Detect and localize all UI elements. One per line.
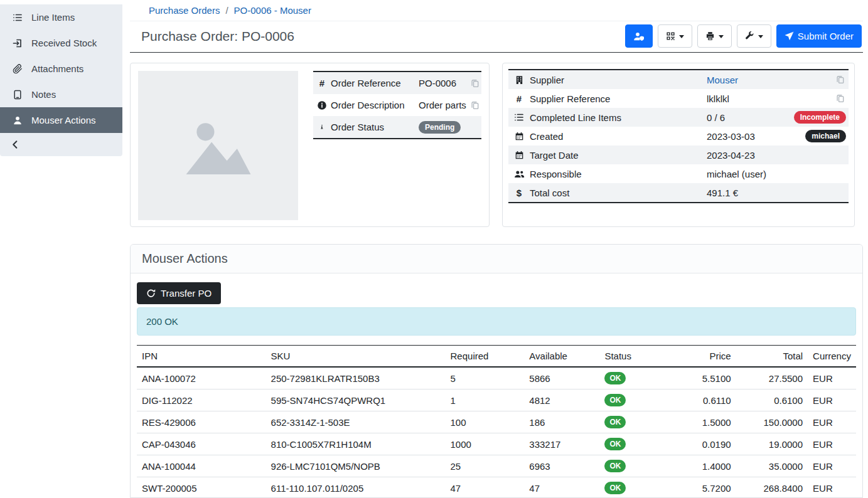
table-row: SWT-200005 611-110.107.011/0205 47 47 OK… (137, 477, 856, 498)
chevron-left-icon (11, 140, 20, 149)
cell-sku: 595-SN74HCS74QPWRQ1 (266, 389, 446, 411)
status-badge: OK (604, 416, 626, 428)
qrcode-icon (666, 31, 675, 41)
cell-required: 100 (446, 411, 525, 433)
cell-required: 1000 (446, 433, 525, 455)
printer-icon (705, 31, 715, 41)
breadcrumb-separator: / (225, 5, 228, 16)
info-label: Order Reference (331, 78, 419, 88)
info-value: 491.1 € (707, 188, 832, 198)
status-badge: OK (604, 394, 626, 406)
breadcrumb-link-current-order[interactable]: PO-0006 - Mouser (234, 5, 311, 16)
supplier-details-card: Supplier Mouser # Supplier Reference lkl… (502, 63, 855, 227)
status-badge: OK (604, 460, 626, 472)
sidebar-item-label: Mouser Actions (31, 115, 96, 125)
users-icon (508, 169, 530, 179)
cell-available: 333217 (524, 433, 599, 455)
order-actions-button[interactable] (737, 24, 771, 48)
column-header-price[interactable]: Price (668, 346, 736, 368)
cell-status: OK (599, 389, 668, 411)
info-row-order-description: Order Description Order parts (313, 94, 481, 116)
cell-required: 5 (446, 367, 525, 389)
sidebar-item-received-stock[interactable]: Received Stock (0, 30, 122, 56)
info-row-supplier-reference: # Supplier Reference lklklkl (508, 89, 849, 108)
mouser-actions-panel: Mouser Actions Transfer PO 200 OK IPN SK… (130, 244, 863, 498)
send-icon (785, 31, 794, 41)
parts-table: IPN SKU Required Available Status Price … (137, 345, 856, 498)
cell-price: 0.0190 (668, 433, 736, 455)
cell-status: OK (599, 433, 668, 455)
info-label: Supplier Reference (530, 93, 707, 104)
column-header-total[interactable]: Total (736, 346, 808, 368)
cell-price: 5.5100 (668, 367, 736, 389)
info-row-supplier: Supplier Mouser (508, 70, 849, 89)
info-label: Created (530, 131, 707, 142)
panel-body: Transfer PO 200 OK IPN SKU Required Avai… (131, 273, 862, 498)
column-header-sku[interactable]: SKU (266, 346, 446, 368)
calendar-icon (508, 132, 530, 141)
refresh-icon (146, 289, 156, 298)
supplier-details-table: Supplier Mouser # Supplier Reference lkl… (508, 69, 849, 203)
sidebar-item-notes[interactable]: Notes (0, 82, 122, 107)
cell-ipn: SWT-200005 (137, 477, 266, 498)
cell-price: 1.4000 (668, 455, 736, 477)
info-row-created: Created 2023-03-03 michael (508, 127, 849, 146)
user-badge: michael (805, 130, 846, 142)
cell-sku: 926-LMC7101QM5/NOPB (266, 455, 446, 477)
cell-total: 19.0000 (736, 433, 808, 455)
dollar-icon: $ (508, 188, 530, 198)
cell-price: 0.6110 (668, 389, 736, 411)
sidebar-collapse-button[interactable] (0, 133, 122, 156)
list-check-icon (508, 112, 530, 122)
print-actions-button[interactable] (697, 24, 732, 48)
column-header-available[interactable]: Available (524, 346, 599, 368)
cell-required: 1 (446, 389, 525, 411)
info-value: 2023-03-03 (707, 131, 805, 142)
parts-table-header: IPN SKU Required Available Status Price … (137, 346, 856, 368)
breadcrumb-link-purchase-orders[interactable]: Purchase Orders (149, 5, 220, 16)
info-icon (313, 122, 331, 132)
sidebar-item-attachments[interactable]: Attachments (0, 56, 122, 82)
cell-price: 1.5000 (668, 411, 736, 433)
column-header-currency[interactable]: Currency (808, 346, 856, 368)
cell-available: 6963 (524, 455, 599, 477)
building-icon (508, 75, 530, 85)
order-details-table: # Order Reference PO-0006 Order Descript… (313, 71, 481, 139)
info-row-target-date: Target Date 2023-04-23 (508, 146, 849, 164)
sidebar-item-mouser-actions[interactable]: Mouser Actions (0, 107, 122, 133)
submit-order-button[interactable]: Submit Order (776, 24, 862, 48)
copy-icon[interactable] (469, 79, 481, 88)
copy-icon[interactable] (832, 94, 849, 103)
tools-icon (745, 31, 754, 41)
cell-ipn: CAP-043046 (137, 433, 266, 455)
cell-required: 25 (446, 455, 525, 477)
barcode-actions-button[interactable] (658, 24, 692, 48)
cell-price: 5.7200 (668, 477, 736, 498)
cell-currency: EUR (808, 477, 856, 498)
caret-down-icon (758, 35, 763, 38)
cell-ipn: DIG-112022 (137, 389, 266, 411)
cell-sku: 250-72981KLRATR150B3 (266, 367, 446, 389)
info-label: Supplier (530, 75, 707, 85)
transfer-po-button[interactable]: Transfer PO (137, 282, 221, 304)
cell-status: OK (599, 477, 668, 498)
user-roles-button[interactable] (625, 24, 653, 48)
column-header-ipn[interactable]: IPN (137, 346, 266, 368)
copy-icon[interactable] (832, 75, 849, 84)
table-row: DIG-112022 595-SN74HCS74QPWRQ1 1 4812 OK… (137, 389, 856, 411)
list-icon (11, 13, 23, 23)
sidebar-item-line-items[interactable]: Line Items (0, 4, 122, 30)
info-row-order-status: Order Status Pending (313, 116, 481, 138)
cell-sku: 652-3314Z-1-503E (266, 411, 446, 433)
status-badge: OK (604, 482, 626, 494)
column-header-status[interactable]: Status (599, 346, 668, 368)
copy-icon[interactable] (469, 101, 481, 110)
cell-status: OK (599, 411, 668, 433)
column-header-required[interactable]: Required (446, 346, 525, 368)
caret-down-icon (719, 35, 724, 38)
cell-sku: 611-110.107.011/0205 (266, 477, 446, 498)
cell-total: 268.8400 (736, 477, 808, 498)
cell-currency: EUR (808, 389, 856, 411)
cell-total: 27.5500 (736, 367, 808, 389)
supplier-link[interactable]: Mouser (707, 75, 832, 85)
